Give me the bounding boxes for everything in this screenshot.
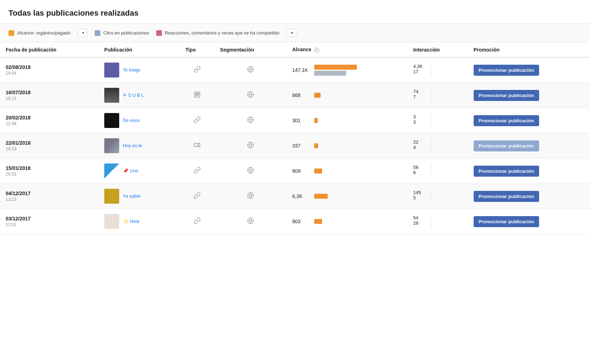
- interact-top: 4,3K: [413, 64, 427, 69]
- type-icon: [185, 167, 209, 176]
- legend-item-3: Reacciones, comentarios y veces que se h…: [156, 30, 279, 36]
- date-cell: 04/12/2017 13:13: [0, 184, 99, 209]
- interact-bottom: 7: [413, 94, 427, 100]
- interact-numbers: 145 5: [413, 190, 427, 200]
- legend-dropdown-2[interactable]: [286, 29, 296, 37]
- table-row: 22/01/2018 18:23 Hoy es le: [0, 133, 590, 159]
- reach-bars: [314, 194, 328, 199]
- alcance-info-icon: i: [314, 48, 319, 53]
- interact-top: 145: [413, 190, 427, 195]
- reach-number: 809: [292, 168, 311, 174]
- date-cell: 16/07/2018 16:13: [0, 83, 99, 108]
- promo-cell: Promocionar publicación: [468, 133, 590, 159]
- interact-numbers: 3 3: [413, 114, 427, 125]
- seg-cell: [214, 209, 286, 234]
- interact-divider: [431, 215, 431, 228]
- promo-button[interactable]: Promocionar publicación: [474, 65, 539, 76]
- type-cell: [180, 108, 214, 133]
- seg-cell: [214, 159, 286, 184]
- interact-divider: [431, 190, 431, 203]
- promo-button[interactable]: Promocionar publicación: [474, 216, 539, 227]
- pub-date: 04/12/2017: [6, 191, 93, 196]
- promo-button[interactable]: Promocionar publicación: [474, 166, 539, 177]
- pub-name[interactable]: Hoy es le: [123, 143, 142, 149]
- pub-name[interactable]: Te traigo: [123, 67, 141, 73]
- promo-button[interactable]: Promocionar publicación: [474, 191, 539, 202]
- type-cell: [180, 159, 214, 184]
- page-title: Todas las publicaciones realizadas: [9, 9, 581, 18]
- reach-cell: 6,3K: [286, 184, 407, 209]
- interact-top: 54: [413, 215, 427, 220]
- pub-date: 20/02/2018: [6, 115, 93, 121]
- pub-cell: Hoy es le: [99, 133, 180, 159]
- seg-icon: [220, 116, 281, 125]
- date-cell: 02/08/2018 14:04: [0, 57, 99, 83]
- interact-numbers: 58 6: [413, 165, 427, 175]
- pub-date: 02/08/2018: [6, 64, 93, 70]
- pub-cell: 📌 Uno: [99, 159, 180, 184]
- legend-dropdown-1[interactable]: [78, 29, 88, 37]
- type-cell: [180, 209, 214, 234]
- pub-time: 18:23: [6, 146, 93, 151]
- promo-cell: Promocionar publicación: [468, 184, 590, 209]
- reach-cell: 337: [286, 133, 407, 159]
- pub-name[interactable]: Ya sabéi: [123, 193, 141, 199]
- bar-orange: [314, 65, 357, 70]
- seg-cell: [214, 57, 286, 83]
- reach-bars: [314, 93, 321, 98]
- pub-thumb: [104, 189, 119, 204]
- promo-cell: Promocionar publicación: [468, 159, 590, 184]
- publications-table: Fecha de publicación Publicación Tipo Se…: [0, 42, 590, 234]
- seg-icon: [220, 91, 281, 100]
- reach-bars: [314, 219, 322, 224]
- legend-swatch-clicks: [95, 30, 100, 36]
- interact-cell: 3 3: [407, 108, 468, 133]
- reach-cell: 803: [286, 209, 407, 234]
- main-container: Todas las publicaciones realizadas Alcan…: [0, 0, 590, 364]
- type-icon: [185, 141, 209, 150]
- seg-icon: [220, 167, 281, 176]
- svg-rect-4: [197, 93, 198, 95]
- interact-cell: 22 4: [407, 133, 468, 159]
- reach-number: 301: [292, 118, 311, 123]
- interact-divider: [431, 89, 431, 102]
- interact-top: 22: [413, 139, 427, 145]
- page-header: Todas las publicaciones realizadas: [0, 0, 590, 24]
- pub-time: 12:01: [6, 222, 93, 227]
- pub-thumb: [104, 113, 119, 128]
- interact-cell: 58 6: [407, 159, 468, 184]
- bar-orange: [314, 143, 318, 148]
- table-row: 04/12/2017 13:13 Ya sabéi 6: [0, 184, 590, 209]
- promo-cell: Promocionar publicación: [468, 209, 590, 234]
- table-header-row: Fecha de publicación Publicación Tipo Se…: [0, 42, 590, 57]
- interact-divider: [431, 139, 431, 152]
- reach-cell: 301: [286, 108, 407, 133]
- pub-thumb: [104, 88, 119, 103]
- interact-bottom: 4: [413, 145, 427, 150]
- pub-date: 03/12/2017: [6, 216, 93, 221]
- promo-button[interactable]: Promocionar publicación: [474, 115, 539, 126]
- pub-name[interactable]: ✨ Hola: [123, 219, 139, 225]
- date-cell: 03/12/2017 12:01: [0, 209, 99, 234]
- legend-bar: Alcance: orgánico/pagado Clics en public…: [0, 24, 590, 42]
- pub-time: 14:04: [6, 71, 93, 76]
- interact-divider: [431, 64, 431, 76]
- pub-name[interactable]: 📌 Uno: [123, 168, 138, 174]
- date-cell: 20/02/2018 22:38: [0, 108, 99, 133]
- legend-swatch-organic: [9, 30, 14, 36]
- type-cell: [180, 133, 214, 159]
- legend-item-1: Alcance: orgánico/pagado: [9, 30, 70, 36]
- pub-name[interactable]: ✳ S U B L: [123, 92, 144, 98]
- type-cell: [180, 83, 214, 108]
- promo-button[interactable]: Promocionar publicación: [474, 90, 539, 101]
- reach-bars: [314, 65, 357, 76]
- seg-icon: [220, 192, 281, 201]
- interact-bottom: 6: [413, 170, 427, 175]
- promo-button[interactable]: Promocionar publicación: [474, 140, 539, 151]
- legend-label-3: Reacciones, comentarios y veces que se h…: [165, 30, 279, 36]
- table-row: 03/12/2017 12:01 ✨ Hola 803: [0, 209, 590, 234]
- bar-orange: [314, 168, 322, 173]
- pub-time: 22:38: [6, 121, 93, 126]
- pub-name[interactable]: De esos: [123, 118, 140, 124]
- interact-top: 58: [413, 165, 427, 170]
